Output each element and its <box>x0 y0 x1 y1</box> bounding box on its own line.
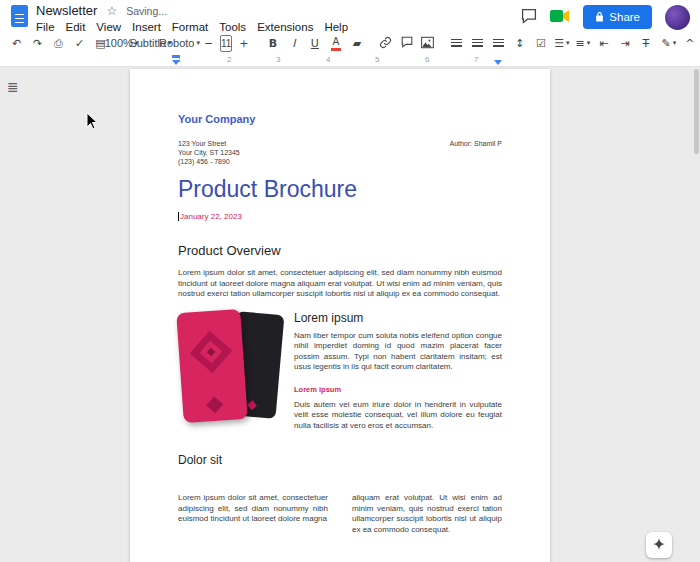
decrease-font-size-button[interactable]: − <box>199 33 218 53</box>
ruler-mark: 7 <box>474 55 478 64</box>
date-text[interactable]: January 22, 2023 <box>180 212 242 221</box>
paragraph-style-select[interactable]: Subtitle ▾ <box>141 33 160 53</box>
zoom-select[interactable]: 100% ▾ <box>112 33 131 53</box>
column-right[interactable]: aliquam erat volutpat. Ut wisi enim ad m… <box>352 493 502 535</box>
link-icon <box>379 36 392 51</box>
open-comments-button[interactable] <box>521 8 537 27</box>
show-outline-button[interactable]: ≣ <box>7 79 19 95</box>
feature-subheading[interactable]: Lorem ipsum <box>294 385 502 394</box>
undo-button[interactable]: ↶ <box>7 33 26 53</box>
chevron-down-icon: ▾ <box>673 39 677 47</box>
bold-icon: B <box>269 38 277 49</box>
clear-formatting-button[interactable]: T <box>636 33 655 53</box>
italic-button[interactable]: I <box>284 33 303 53</box>
section-heading-dolor-sit[interactable]: Dolor sit <box>178 453 502 467</box>
numbered-list-button[interactable]: ≡ ▾ <box>573 33 592 53</box>
highlighter-icon: ▰ <box>353 38 361 49</box>
align-right-icon <box>493 39 504 47</box>
print-button[interactable]: ⎙ <box>49 33 68 53</box>
ruler-mark: 3 <box>276 55 280 64</box>
insert-comment-button[interactable] <box>397 33 416 53</box>
right-indent-marker[interactable] <box>494 60 502 65</box>
feature-heading[interactable]: Lorem ipsum <box>294 311 502 325</box>
horizontal-ruler[interactable]: 1 2 3 4 5 6 7 <box>0 54 700 67</box>
vertical-scrollbar[interactable] <box>694 69 699 154</box>
document-canvas[interactable]: ≣ Your Company 123 Your Street Your City… <box>0 67 700 562</box>
underline-button[interactable]: U <box>305 33 324 53</box>
checklist-icon: ☑ <box>536 38 546 49</box>
first-line-indent-marker[interactable] <box>172 55 180 58</box>
google-docs-logo-icon[interactable] <box>11 5 28 27</box>
feature-paragraph-2[interactable]: Duis autem vel eum iriure dolor in hendr… <box>294 400 502 432</box>
align-right-button[interactable] <box>489 33 508 53</box>
menu-edit[interactable]: Edit <box>66 21 86 33</box>
line-spacing-button[interactable]: ↕ <box>510 33 529 53</box>
menu-help[interactable]: Help <box>324 21 348 33</box>
date-line[interactable]: January 22, 2023 <box>178 212 502 221</box>
explore-button[interactable] <box>646 532 672 558</box>
menu-tools[interactable]: Tools <box>219 21 246 33</box>
collapse-toolbar-button[interactable]: ^ <box>680 33 699 53</box>
feature-paragraph[interactable]: Nam liber tempor cum soluta nobis eleife… <box>294 331 502 373</box>
checklist-button[interactable]: ☑ <box>531 33 550 53</box>
text-color-icon: A <box>332 37 339 47</box>
bold-button[interactable]: B <box>263 33 282 53</box>
print-icon: ⎙ <box>54 38 63 49</box>
align-left-button[interactable] <box>447 33 466 53</box>
section-heading-overview[interactable]: Product Overview <box>178 243 502 258</box>
highlight-color-button[interactable]: ▰ <box>347 33 366 53</box>
address-line[interactable]: 123 Your Street <box>178 139 240 148</box>
plus-icon: + <box>239 38 248 49</box>
increase-indent-button[interactable]: ⇥ <box>615 33 634 53</box>
font-select[interactable]: Roboto ▾ <box>170 33 189 53</box>
insert-image-button[interactable] <box>418 33 437 53</box>
title-group: Newsletter ☆ Saving... File Edit View In… <box>36 3 348 33</box>
address-line[interactable]: (123) 456 - 7890 <box>178 157 240 166</box>
outline-icon: ≣ <box>7 79 19 95</box>
column-left[interactable]: Lorem ipsum dolor sit amet, consectetuer… <box>178 493 328 535</box>
author-line[interactable]: Author: Shamil P <box>449 139 502 148</box>
outdent-icon: ⇤ <box>599 38 608 49</box>
decrease-indent-button[interactable]: ⇤ <box>594 33 613 53</box>
menu-insert[interactable]: Insert <box>132 21 161 33</box>
insert-link-button[interactable] <box>376 33 395 53</box>
brochure-title[interactable]: Product Brochure <box>178 176 502 203</box>
chevron-down-icon: ▾ <box>566 39 570 47</box>
company-name[interactable]: Your Company <box>178 113 502 125</box>
font-size-field[interactable]: 11 <box>220 35 232 52</box>
account-avatar[interactable] <box>665 5 690 30</box>
star-icon[interactable]: ☆ <box>106 5 117 17</box>
text-color-swatch <box>331 48 341 51</box>
increase-font-size-button[interactable]: + <box>234 33 253 53</box>
bulleted-list-icon: ☰ <box>554 38 564 49</box>
document-title[interactable]: Newsletter <box>36 3 97 18</box>
overview-paragraph[interactable]: Lorem ipsum dolor sit amet, consectetuer… <box>178 268 502 300</box>
bulleted-list-button[interactable]: ☰ ▾ <box>552 33 571 53</box>
menu-extensions[interactable]: Extensions <box>257 21 313 33</box>
menu-view[interactable]: View <box>96 21 121 33</box>
meet-camera-icon <box>550 8 570 27</box>
editing-mode-select[interactable]: ✎ ▾ <box>659 33 678 53</box>
share-button[interactable]: Share <box>583 5 652 29</box>
company-address[interactable]: 123 Your Street Your City, ST 12345 (123… <box>178 139 240 166</box>
share-button-label: Share <box>609 11 640 23</box>
redo-button[interactable]: ↷ <box>28 33 47 53</box>
address-line[interactable]: Your City, ST 12345 <box>178 148 240 157</box>
ruler-mark: 4 <box>326 55 330 64</box>
align-left-icon <box>451 39 462 47</box>
chevron-down-icon: ▾ <box>587 39 591 47</box>
phone-product-image[interactable] <box>178 309 282 427</box>
ruler-mark: 6 <box>425 55 429 64</box>
text-color-button[interactable]: A <box>326 33 345 53</box>
menu-format[interactable]: Format <box>172 21 208 33</box>
align-center-button[interactable] <box>468 33 487 53</box>
address-author-row: 123 Your Street Your City, ST 12345 (123… <box>178 139 502 166</box>
join-meet-button[interactable] <box>550 8 570 27</box>
chevron-up-icon: ^ <box>685 38 694 49</box>
left-indent-marker[interactable] <box>172 60 180 65</box>
spellcheck-button[interactable]: ✓ <box>70 33 89 53</box>
document-page[interactable]: Your Company 123 Your Street Your City, … <box>130 69 550 562</box>
numbered-list-icon: ≡ <box>576 38 585 49</box>
image-icon <box>421 36 434 51</box>
menu-file[interactable]: File <box>36 21 55 33</box>
